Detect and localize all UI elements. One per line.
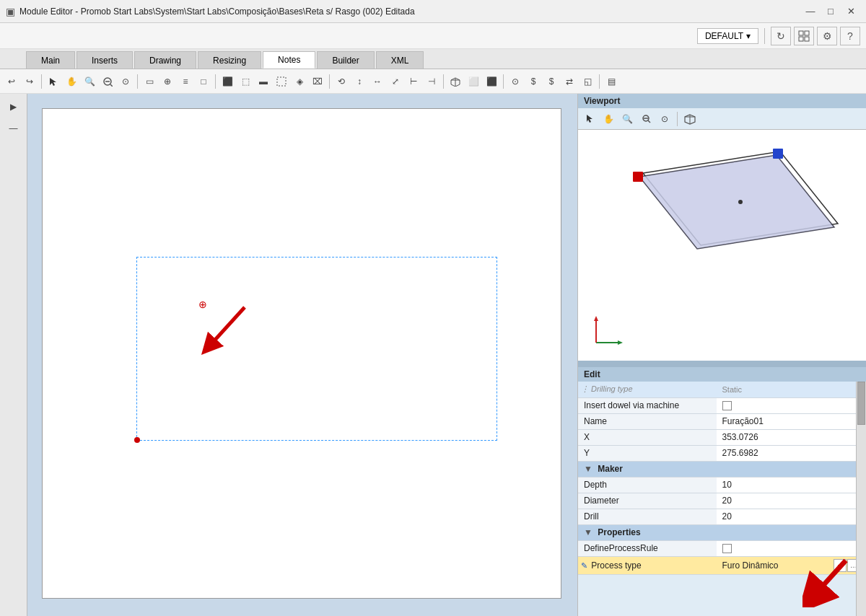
icon-toolbar: ↩ ↪ ✋ 🔍 ⊙ ▭ ⊕ ≡ □ ⬛ ⬚ ▬ ◈ ⌧ ⟲ ↕ ↔ ⤢ ⊢ ⊣ xyxy=(0,69,866,94)
prop-value-x[interactable]: 353.0726 xyxy=(717,429,866,445)
tool12-btn[interactable]: ⊣ xyxy=(423,73,440,90)
select-button[interactable] xyxy=(45,73,62,90)
3d-view-btn[interactable] xyxy=(447,73,464,90)
process-type-delete-btn[interactable]: − xyxy=(834,559,847,572)
settings-button[interactable]: ⚙ xyxy=(817,27,837,45)
canvas-area[interactable]: ⊕ xyxy=(27,94,577,616)
tool5-btn[interactable]: ◈ xyxy=(291,73,308,90)
refresh-button[interactable]: ↻ xyxy=(771,27,791,45)
prop-value-insert-dowel xyxy=(717,397,866,413)
toolbar-sep-7 xyxy=(599,74,600,89)
tab-inserts[interactable]: Inserts xyxy=(76,51,133,69)
align-btn[interactable]: ≡ xyxy=(177,73,194,90)
prop-value-depth[interactable]: 10 xyxy=(717,477,866,493)
minimize-button[interactable]: — xyxy=(801,4,820,19)
zoom-reset-btn[interactable]: ⊙ xyxy=(117,73,134,90)
svg-marker-4 xyxy=(50,78,56,86)
redo-button[interactable]: ↪ xyxy=(21,73,38,90)
undo-button[interactable]: ↩ xyxy=(3,73,20,90)
canvas-paper: ⊕ xyxy=(42,108,561,599)
corner-dot xyxy=(134,437,140,443)
svg-marker-25 xyxy=(618,340,623,345)
tab-drawing[interactable]: Drawing xyxy=(134,51,196,69)
tool1-btn[interactable]: ⬛ xyxy=(219,73,236,90)
group-header-maker[interactable]: ▼ Maker xyxy=(578,461,866,477)
vp-sep xyxy=(677,112,678,126)
zoom-in-btn[interactable]: 🔍 xyxy=(81,73,98,90)
tool3-btn[interactable]: ▬ xyxy=(255,73,272,90)
prop5-btn[interactable]: ◱ xyxy=(579,73,596,90)
default-dropdown[interactable]: DEFAULT ▾ xyxy=(697,28,758,44)
vp-cursor-icon xyxy=(585,114,595,123)
maximize-button[interactable]: □ xyxy=(821,4,840,19)
snap-btn[interactable]: ⊕ xyxy=(159,73,176,90)
zoom-out-btn[interactable] xyxy=(99,73,116,90)
properties-scroll[interactable]: ⋮ Drilling type Static Insert dowel via … xyxy=(578,382,866,616)
rect-select-btn[interactable]: ▭ xyxy=(141,73,158,90)
tab-main[interactable]: Main xyxy=(26,51,75,69)
vp-pan-btn[interactable]: ✋ xyxy=(600,110,617,128)
help-button[interactable]: ? xyxy=(840,27,860,45)
axis-arrows xyxy=(585,310,629,353)
group-header-properties[interactable]: ▼ Properties xyxy=(578,524,866,540)
main-layout: ▶ — ⊕ xyxy=(0,94,866,616)
prop-value-name[interactable]: Furação01 xyxy=(717,413,866,429)
tab-xml[interactable]: XML xyxy=(376,51,424,69)
prop3-btn[interactable]: $ xyxy=(543,73,560,90)
sidebar-btn-2[interactable]: — xyxy=(4,118,24,138)
pan-button[interactable]: ✋ xyxy=(63,73,80,90)
prop-value-drill[interactable]: 20 xyxy=(717,509,866,524)
cursor-icon xyxy=(48,76,58,87)
prop1-btn[interactable]: ⊙ xyxy=(507,73,524,90)
border-btn[interactable]: □ xyxy=(195,73,212,90)
tool7-btn[interactable]: ⟲ xyxy=(333,73,350,90)
prop2-btn[interactable]: $ xyxy=(525,73,542,90)
extra-btn[interactable]: ▤ xyxy=(603,73,620,90)
tab-builder[interactable]: Builder xyxy=(317,51,374,69)
app-icon: ▣ xyxy=(6,6,15,17)
prop-value-diameter[interactable]: 20 xyxy=(717,493,866,509)
front-view-btn[interactable]: ⬜ xyxy=(465,73,482,90)
tool10-btn[interactable]: ⤢ xyxy=(387,73,404,90)
table-row: Drill 20 xyxy=(578,509,866,524)
svg-rect-0 xyxy=(799,31,803,35)
tab-resizing[interactable]: Resizing xyxy=(198,51,261,69)
edit-scrollbar[interactable] xyxy=(856,382,866,616)
vp-select-btn[interactable] xyxy=(581,110,598,128)
tool8-btn[interactable]: ↕ xyxy=(351,73,368,90)
prop-label-drill: Drill xyxy=(578,509,717,524)
vp-zoom-out-btn[interactable] xyxy=(637,110,655,128)
viewport-toolbar: ✋ 🔍 ⊙ xyxy=(578,108,866,130)
prop-value-y[interactable]: 275.6982 xyxy=(717,445,866,461)
svg-marker-13 xyxy=(587,115,592,123)
svg-rect-3 xyxy=(805,37,809,41)
insert-dowel-checkbox[interactable] xyxy=(722,401,732,410)
sidebar-btn-1[interactable]: ▶ xyxy=(4,97,24,117)
tool11-btn[interactable]: ⊢ xyxy=(405,73,422,90)
tab-notes[interactable]: Notes xyxy=(263,51,315,69)
top-view-btn[interactable]: ⬛ xyxy=(483,73,500,90)
tool6-btn[interactable]: ⌧ xyxy=(309,73,326,90)
define-process-checkbox[interactable] xyxy=(722,544,732,553)
group-collapse-arrow-2: ▼ xyxy=(584,527,592,537)
drag-handle[interactable] xyxy=(578,361,866,364)
vp-zoom-in-btn[interactable]: 🔍 xyxy=(618,110,636,128)
tool9-btn[interactable]: ↔ xyxy=(369,73,386,90)
tool2-btn[interactable]: ⬚ xyxy=(237,73,254,90)
grid-icon xyxy=(798,30,810,42)
prop-label-insert-dowel: Insert dowel via machine xyxy=(578,397,717,413)
close-button[interactable]: ✕ xyxy=(841,4,860,19)
tool4-btn[interactable] xyxy=(273,73,290,90)
grid-button[interactable] xyxy=(794,27,814,45)
prop4-btn[interactable]: ⇄ xyxy=(561,73,578,90)
prop-value-process-type[interactable]: Furo Dinâmico − … xyxy=(717,556,866,574)
prop-label-process-type: ✎ Process type xyxy=(578,556,717,574)
scrollbar-thumb[interactable] xyxy=(857,382,865,425)
red-arrow xyxy=(198,304,255,361)
vp-3d-btn[interactable] xyxy=(681,110,699,128)
table-row: Insert dowel via machine xyxy=(578,397,866,413)
vp-reset-btn[interactable]: ⊙ xyxy=(656,110,673,128)
svg-line-12 xyxy=(209,307,245,347)
svg-rect-21 xyxy=(773,149,783,159)
toolbar-separator xyxy=(764,28,765,44)
